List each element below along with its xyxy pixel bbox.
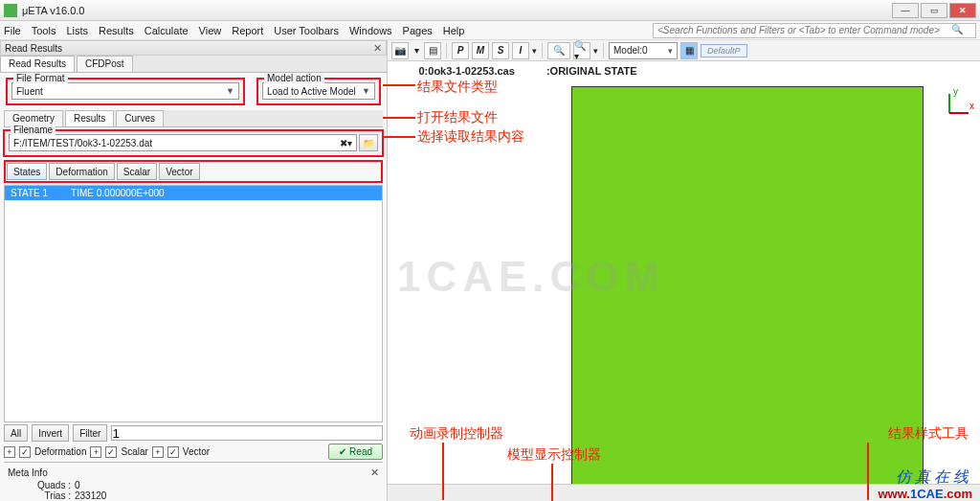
panel-title: Read Results: [5, 43, 62, 54]
expand-deformation[interactable]: +: [4, 446, 15, 458]
read-button[interactable]: ✔ Read: [328, 444, 383, 460]
clear-icon[interactable]: ✖▾: [340, 138, 352, 148]
menu-windows[interactable]: Windows: [349, 25, 392, 36]
menu-lists[interactable]: Lists: [66, 25, 88, 36]
chevron-down-icon[interactable]: ▾: [532, 46, 537, 56]
check-deformation[interactable]: ✓: [19, 446, 31, 458]
search-icon: 🔍: [951, 24, 963, 34]
app-logo: [4, 4, 17, 17]
camera-icon[interactable]: 📷: [391, 42, 409, 59]
filter-invert[interactable]: Invert: [32, 424, 69, 442]
tab-scalar[interactable]: Scalar: [117, 163, 157, 180]
chevron-down-icon: ▼: [226, 86, 234, 96]
expand-vector[interactable]: +: [152, 446, 164, 458]
menu-results[interactable]: Results: [99, 25, 134, 36]
credit-url: www.1CAE.com: [879, 487, 973, 501]
tab-vector[interactable]: Vector: [159, 163, 199, 180]
minimize-button[interactable]: —: [892, 3, 919, 18]
model-action-dropdown[interactable]: Load to Active Model ▼: [262, 82, 375, 100]
list-item[interactable]: STATE 1 TIME 0.000000E+000: [5, 186, 382, 200]
panel-close-icon[interactable]: ✕: [373, 42, 382, 55]
menu-pages[interactable]: Pages: [403, 25, 433, 36]
file-format-dropdown[interactable]: Fluent ▼: [11, 82, 239, 100]
snapshot-icon[interactable]: ▤: [424, 42, 441, 59]
model-selector[interactable]: Model:0▾: [609, 42, 678, 59]
tool-i[interactable]: I: [512, 42, 529, 59]
tab-results[interactable]: Results: [65, 110, 114, 126]
chevron-down-icon[interactable]: ▾: [593, 46, 598, 56]
close-button[interactable]: ✕: [949, 3, 976, 18]
menu-calculate[interactable]: Calculate: [145, 25, 189, 36]
menu-file[interactable]: File: [4, 25, 21, 36]
menu-view[interactable]: View: [199, 25, 222, 36]
menu-help[interactable]: Help: [443, 25, 465, 36]
tab-read-results[interactable]: Read Results: [0, 56, 75, 72]
tab-cfdpost[interactable]: CFDPost: [77, 56, 133, 72]
layout-icon[interactable]: ▦: [680, 42, 698, 59]
credit-cn: 仿真在线: [896, 467, 972, 488]
meta-close-icon[interactable]: ✕: [370, 467, 379, 479]
zoom-icon[interactable]: 🔍: [547, 42, 570, 59]
chevron-down-icon[interactable]: ▾: [412, 42, 421, 59]
expand-scalar[interactable]: +: [90, 446, 101, 458]
command-search-input[interactable]: [653, 23, 976, 38]
filter-filter[interactable]: Filter: [73, 424, 107, 442]
check-vector[interactable]: ✓: [167, 446, 179, 458]
tool-s[interactable]: S: [492, 42, 509, 59]
filter-input[interactable]: [111, 425, 383, 441]
browse-file-button[interactable]: 📁: [359, 134, 378, 151]
menu-report[interactable]: Report: [232, 25, 263, 36]
tab-deformation[interactable]: Deformation: [49, 163, 114, 180]
check-scalar[interactable]: ✓: [105, 446, 117, 458]
tool-p[interactable]: P: [452, 42, 469, 59]
maximize-button[interactable]: ▭: [921, 3, 947, 18]
menu-user-toolbars[interactable]: User Toolbars: [274, 25, 339, 36]
tab-states[interactable]: States: [7, 163, 47, 180]
file-format-label: File Format: [13, 73, 68, 83]
window-title: μETA v16.0.0: [22, 5, 84, 16]
page-pill[interactable]: DefaultP: [701, 44, 747, 57]
menu-tools[interactable]: Tools: [32, 25, 56, 36]
states-list[interactable]: STATE 1 TIME 0.000000E+000: [4, 185, 383, 422]
viewport[interactable]: 0:0ok3-1-02253.cas :ORIGINAL STATE y x 1…: [388, 61, 980, 484]
chevron-down-icon: ▼: [362, 86, 370, 96]
filename-label: Filename: [11, 125, 56, 135]
filter-all[interactable]: All: [4, 424, 28, 442]
tab-curves[interactable]: Curves: [116, 110, 164, 126]
filename-input[interactable]: F:/ITEM/TEST/0ok3-1-02253.dat ✖▾: [9, 134, 357, 151]
zoom-settings-icon[interactable]: 🔍▾: [573, 42, 590, 59]
axis-triad: y x: [942, 90, 970, 119]
meta-title: Meta Info: [8, 467, 48, 478]
read-results-panel: Read Results ✕ Read Results CFDPost File…: [0, 40, 388, 501]
model-display: [571, 86, 924, 500]
model-action-label: Model action: [264, 73, 324, 83]
tool-m[interactable]: M: [472, 42, 489, 59]
